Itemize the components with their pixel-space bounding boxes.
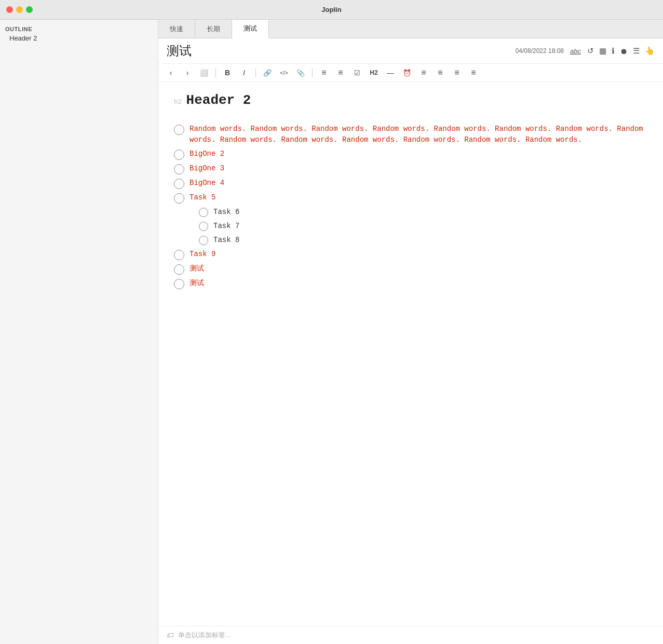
editor-toolbar: ‹ › ⬜ B I 🔗 </> 📎 ≡ ≡ ☑ H2 — ⏰ ≡ ≡ ≡ ≡ [158, 64, 663, 82]
note-title: 测试 [167, 43, 192, 59]
num-list-button[interactable]: ≡ [333, 66, 348, 79]
task-item-task7: Task 7 [199, 221, 647, 232]
spell-check-icon[interactable]: abc [570, 47, 581, 55]
task-checkbox-ceshi1[interactable] [174, 264, 184, 275]
separator-1 [215, 68, 216, 77]
forward-button[interactable]: › [180, 66, 195, 79]
tag-bar[interactable]: 🏷 单击以添加标签... [158, 626, 663, 644]
task-text-ceshi2: 测试 [190, 278, 204, 289]
task-text-task6: Task 6 [213, 207, 239, 218]
task-checkbox-task8[interactable] [199, 236, 208, 245]
task-list: Random words. Random words. Random words… [174, 124, 647, 289]
tab-longterm[interactable]: 长期 [195, 20, 232, 38]
task-text-task5: Task 5 [190, 192, 215, 203]
task-item-ceshi1: 测试 [174, 263, 647, 275]
task-item-bigone2: BigOne 2 [174, 149, 647, 160]
clock-button[interactable]: ⏰ [400, 66, 414, 79]
task-item-task9: Task 9 [174, 249, 647, 260]
task-item-bigone3: BigOne 3 [174, 163, 647, 175]
close-button[interactable] [6, 6, 13, 13]
task-text-task7: Task 7 [213, 221, 239, 232]
check-list-button[interactable]: ☑ [350, 66, 364, 79]
italic-button[interactable]: I [237, 66, 251, 79]
align-center-button[interactable]: ≡ [433, 66, 448, 79]
open-button[interactable]: ⬜ [197, 66, 211, 79]
more-format-button[interactable]: ≡ [466, 66, 481, 79]
h2-label: h2 [174, 98, 182, 106]
tabs-bar: 快速 长期 测试 [158, 20, 663, 38]
tab-quick[interactable]: 快速 [158, 20, 195, 38]
code-button[interactable]: </> [277, 66, 291, 79]
tab-test[interactable]: 测试 [232, 20, 269, 38]
task-text-ceshi1: 测试 [190, 263, 204, 274]
separator-3 [312, 68, 313, 77]
attach-button[interactable]: 📎 [293, 66, 308, 79]
h2-heading-text: Header 2 [186, 92, 251, 108]
align-right-button[interactable]: ≡ [450, 66, 464, 79]
task-item-random: Random words. Random words. Random words… [174, 124, 647, 145]
more-icon[interactable]: 👆 [645, 46, 655, 56]
note-meta: 04/08/2022 18:08 abc ↺ ▦ ℹ ⏺ ☰ 👆 [516, 46, 655, 56]
tag-icon: 🏷 [167, 631, 174, 639]
task-item-ceshi2: 测试 [174, 278, 647, 289]
bold-button[interactable]: B [220, 66, 235, 79]
bullet-list-button[interactable]: ≡ [317, 66, 331, 79]
task-checkbox-bigone4[interactable] [174, 179, 184, 189]
separator-2 [255, 68, 256, 77]
editor-content: h2 Header 2 Random words. Random words. … [158, 82, 663, 626]
task-checkbox-random[interactable] [174, 125, 184, 135]
outline-panel: OUTLINE Header 2 [0, 20, 158, 644]
tag-placeholder[interactable]: 单击以添加标签... [178, 630, 231, 640]
task-item-task8: Task 8 [199, 235, 647, 246]
note-datetime: 04/08/2022 18:08 [516, 47, 564, 55]
task-text-bigone4: BigOne 4 [190, 178, 224, 189]
task-checkbox-task9[interactable] [174, 250, 184, 260]
content-area: 快速 长期 测试 测试 04/08/2022 18:08 abc ↺ ▦ ℹ ⏺… [158, 20, 663, 644]
fullscreen-button[interactable] [26, 6, 33, 13]
traffic-lights [6, 6, 33, 13]
link-button[interactable]: 🔗 [260, 66, 275, 79]
task-checkbox-bigone2[interactable] [174, 150, 184, 160]
task-item-task6: Task 6 [199, 207, 647, 218]
task-text-task8: Task 8 [213, 235, 239, 246]
titlebar: Joplin [0, 0, 663, 20]
list-icon[interactable]: ☰ [633, 46, 640, 56]
task-text-bigone3: BigOne 3 [190, 163, 224, 174]
hr-button[interactable]: — [383, 66, 398, 79]
h2-heading-row: h2 Header 2 [174, 92, 647, 108]
info-icon[interactable]: ℹ [612, 46, 615, 56]
back-button[interactable]: ‹ [164, 66, 178, 79]
task-checkbox-task5[interactable] [174, 193, 184, 204]
minimize-button[interactable] [16, 6, 23, 13]
record-icon[interactable]: ⏺ [620, 47, 628, 56]
note-meta-icons: ↺ ▦ ℹ ⏺ ☰ 👆 [587, 46, 655, 56]
task-checkbox-task6[interactable] [199, 208, 208, 217]
task-text-random: Random words. Random words. Random words… [190, 124, 647, 145]
task-item-task5: Task 5 [174, 192, 647, 204]
task-text-task9: Task 9 [190, 249, 215, 260]
align-left-button[interactable]: ≡ [416, 66, 431, 79]
outline-label: OUTLINE [5, 26, 153, 32]
outline-header2-item[interactable]: Header 2 [5, 34, 153, 42]
layout-icon[interactable]: ▦ [599, 46, 606, 56]
task-checkbox-bigone3[interactable] [174, 164, 184, 175]
task-checkbox-task7[interactable] [199, 222, 208, 231]
task-text-bigone2: BigOne 2 [190, 149, 224, 159]
main-layout: OUTLINE Header 2 快速 长期 测试 测试 04/08/2022 … [0, 20, 663, 644]
app-title: Joplin [321, 6, 341, 14]
task-item-bigone4: BigOne 4 [174, 178, 647, 189]
history-icon[interactable]: ↺ [587, 46, 594, 56]
note-header: 测试 04/08/2022 18:08 abc ↺ ▦ ℹ ⏺ ☰ 👆 [158, 38, 663, 64]
h2-button[interactable]: H2 [367, 66, 381, 79]
task-checkbox-ceshi2[interactable] [174, 279, 184, 289]
